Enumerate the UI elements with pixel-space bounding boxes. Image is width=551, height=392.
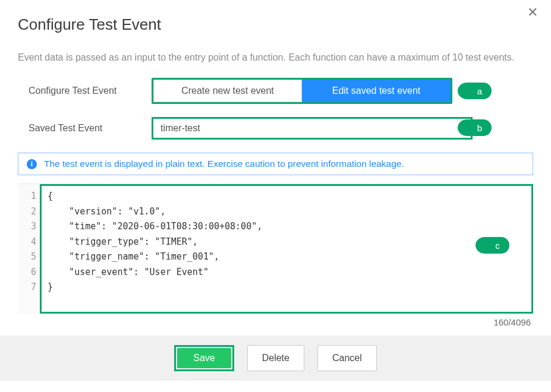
configure-row: Configure Test Event Create new test eve…: [18, 78, 533, 104]
close-icon[interactable]: ✕: [527, 5, 538, 20]
info-banner: i The test event is displayed in plain t…: [18, 153, 533, 175]
annotation-a: a: [462, 83, 492, 99]
selected-event-value: timer-test: [160, 123, 200, 134]
saved-test-event-select[interactable]: timer-test: [152, 117, 473, 140]
save-button-highlight: Save: [174, 345, 234, 371]
save-button[interactable]: Save: [177, 348, 231, 368]
delete-button[interactable]: Delete: [247, 345, 304, 371]
code-editor[interactable]: { "version": "v1.0", "time": "2020-06-01…: [42, 184, 533, 314]
annotation-b: b: [462, 119, 492, 136]
code-editor-container: 1 2 3 4 5 6 7 { "version": "v1.0", "time…: [18, 184, 533, 314]
character-counter: 160/4096: [18, 314, 533, 328]
info-icon: i: [27, 159, 37, 169]
saved-event-row: Saved Test Event timer-test b: [18, 117, 533, 140]
cancel-button[interactable]: Cancel: [317, 345, 377, 371]
event-mode-toggle: Create new test event Edit saved test ev…: [152, 78, 452, 104]
info-text: The test event is displayed in plain tex…: [44, 159, 404, 169]
saved-event-label: Saved Test Event: [18, 123, 152, 134]
configure-test-event-modal: ✕ Configure Test Event Event data is pas…: [0, 0, 551, 328]
code-gutter: 1 2 3 4 5 6 7: [18, 184, 42, 314]
edit-saved-test-event-button[interactable]: Edit saved test event: [302, 80, 451, 102]
modal-footer: Save Delete Cancel: [0, 336, 551, 381]
annotation-c: c: [480, 237, 509, 254]
create-new-test-event-button[interactable]: Create new test event: [153, 80, 302, 102]
modal-title: Configure Test Event: [18, 15, 533, 34]
configure-label: Configure Test Event: [18, 86, 152, 96]
modal-description: Event data is passed as an input to the …: [18, 50, 533, 65]
